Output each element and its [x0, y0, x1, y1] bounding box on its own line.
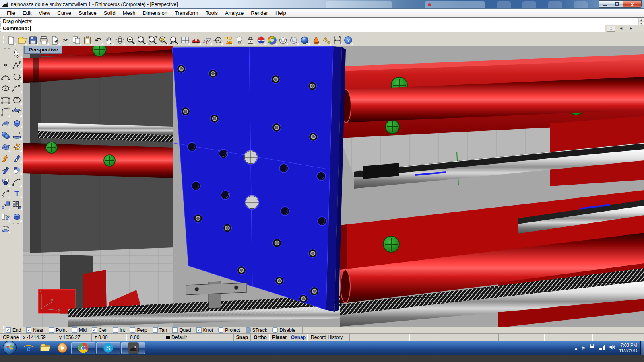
menu-surface[interactable]: Surface — [75, 9, 100, 17]
extrude-tool[interactable] — [0, 223, 11, 234]
mesh-tool[interactable] — [0, 142, 11, 152]
zoom-extents-icon[interactable] — [147, 35, 158, 45]
rendered-display-icon[interactable] — [299, 35, 310, 45]
viewport-layout-icon[interactable] — [180, 35, 190, 45]
color-picker-icon[interactable] — [266, 35, 277, 45]
point-tool[interactable] — [0, 60, 11, 70]
rectangle-tool[interactable] — [0, 95, 11, 105]
menu-mesh[interactable]: Mesh — [119, 9, 139, 17]
shaded-display-icon[interactable] — [277, 35, 288, 45]
menu-render[interactable]: Render — [247, 9, 272, 17]
toolbar-grip[interactable] — [2, 36, 4, 44]
rotate-view-icon[interactable] — [114, 35, 125, 45]
fillet-corner-tool[interactable] — [0, 107, 11, 117]
history-forward-button[interactable]: ▶ — [627, 26, 635, 32]
pan-icon[interactable] — [103, 35, 114, 45]
volume-speaker-icon[interactable] — [609, 344, 615, 352]
osnap-grip[interactable] — [2, 326, 4, 334]
status-ortho[interactable]: Ortho — [251, 334, 270, 341]
osnap-mid[interactable]: Mid — [72, 327, 87, 333]
menu-file[interactable]: File — [3, 9, 19, 17]
trim-tool[interactable] — [12, 153, 22, 164]
checkbox-quad[interactable] — [172, 327, 178, 333]
menu-transform[interactable]: Transform — [171, 9, 202, 17]
osnap-strack[interactable]: STrack — [246, 327, 268, 333]
render-icon[interactable] — [256, 35, 266, 45]
osnap-points-icon[interactable] — [223, 35, 234, 45]
osnap-near[interactable]: ✓Near — [26, 327, 43, 333]
maximize-button[interactable] — [611, 0, 623, 8]
menu-dimension[interactable]: Dimension — [139, 9, 171, 17]
close-button[interactable]: x — [623, 0, 642, 8]
save-icon[interactable] — [27, 35, 38, 45]
surface-from-points-tool[interactable] — [12, 107, 22, 117]
box-edit-icon[interactable] — [310, 35, 321, 45]
chrome-button[interactable] — [71, 342, 95, 354]
copy-icon[interactable] — [71, 35, 82, 45]
select-tool[interactable] — [12, 48, 22, 59]
history-back-button[interactable]: ◀ — [617, 26, 625, 32]
status-snap[interactable]: Snap — [234, 334, 251, 341]
history-scrollbar[interactable]: ▲ ▼ — [638, 18, 644, 25]
osnap-int[interactable]: Int — [113, 327, 125, 333]
checkbox-strack[interactable] — [246, 327, 251, 333]
osnap-point[interactable]: Point — [49, 327, 66, 333]
polygon-tool[interactable] — [12, 95, 22, 105]
ellipse-tool[interactable] — [0, 83, 11, 94]
explode-tool[interactable] — [0, 153, 11, 164]
box-tool[interactable] — [12, 118, 22, 129]
checkbox-int[interactable] — [113, 327, 118, 333]
ghosted-display-icon[interactable] — [288, 35, 299, 45]
menu-curve[interactable]: Curve — [54, 9, 75, 17]
revolve-tool[interactable] — [12, 130, 22, 140]
join-tool[interactable] — [12, 142, 22, 152]
zoom-dynamic-icon[interactable] — [136, 35, 147, 45]
start-button[interactable] — [2, 340, 17, 355]
network-signal-icon[interactable] — [599, 344, 605, 352]
fillet-curve-tool[interactable] — [12, 177, 22, 187]
checkbox-near[interactable]: ✓ — [26, 327, 31, 333]
menu-tools[interactable]: Tools — [202, 9, 221, 17]
media-player-button[interactable] — [55, 342, 70, 354]
print-icon[interactable] — [38, 35, 49, 45]
array-tool[interactable] — [12, 200, 22, 210]
menu-help[interactable]: Help — [272, 9, 290, 17]
export-icon[interactable] — [49, 35, 60, 45]
show-desktop-button[interactable] — [640, 341, 644, 355]
osnap-tan[interactable]: Tan — [153, 327, 167, 333]
checkbox-point[interactable] — [49, 327, 54, 333]
sphere-tool[interactable] — [0, 130, 11, 140]
paste-icon[interactable] — [82, 35, 93, 45]
windows-explorer-button[interactable] — [38, 342, 53, 354]
curved-surface-tool[interactable] — [0, 118, 11, 129]
skype-button[interactable]: S — [96, 342, 120, 354]
options-icon[interactable]: ⚙⚙ — [321, 35, 332, 45]
action-center-flag-icon[interactable]: ⚑ — [582, 346, 585, 350]
osnap-knot[interactable]: ✓Knot — [196, 327, 213, 333]
solid-tools[interactable] — [12, 212, 22, 222]
status-planar[interactable]: Planar — [270, 334, 289, 341]
scale-tool[interactable] — [0, 200, 11, 210]
dimension-icon[interactable] — [332, 35, 343, 45]
rhinoceros-button[interactable] — [121, 342, 145, 354]
checkbox-tan[interactable] — [153, 327, 158, 333]
internet-explorer-button[interactable]: e — [21, 342, 36, 354]
menu-view[interactable]: View — [35, 9, 54, 17]
window-titlebar[interactable]: najnowsza do nie sruby zamowilem 1 - Rhi… — [0, 0, 644, 9]
status-osnap[interactable]: Osnap — [289, 334, 308, 341]
interpolate-curve-tool[interactable] — [0, 72, 11, 82]
shear-tool[interactable] — [0, 212, 11, 222]
open-file-icon[interactable] — [17, 35, 27, 45]
checkbox-perp[interactable] — [130, 327, 135, 333]
osnap-perp[interactable]: Perp — [130, 327, 147, 333]
offset-curve-tool[interactable] — [0, 188, 11, 199]
set-view-icon[interactable] — [212, 35, 223, 45]
undo-icon[interactable]: ↶ — [93, 35, 103, 45]
control-point-curve-tool[interactable] — [12, 60, 22, 70]
lock-icon[interactable] — [245, 35, 256, 45]
power-plug-icon[interactable] — [589, 344, 595, 352]
menu-analyze[interactable]: Analyze — [221, 9, 247, 17]
viewport-title[interactable]: Perspective — [24, 46, 62, 54]
undo-view-icon[interactable] — [169, 35, 180, 45]
checkbox-disable[interactable] — [272, 327, 278, 333]
